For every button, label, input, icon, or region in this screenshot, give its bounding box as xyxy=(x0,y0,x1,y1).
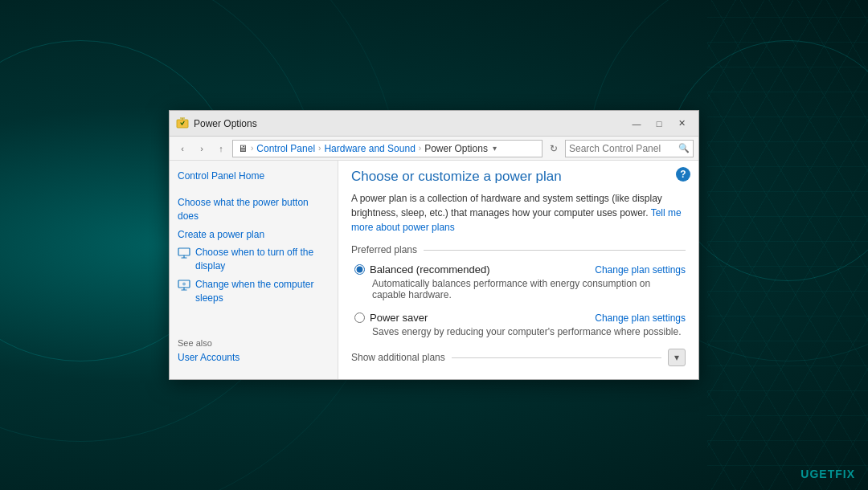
plan-power-saver-name: Power saver xyxy=(370,312,428,324)
breadcrumb-sep-3: › xyxy=(419,144,421,153)
show-additional-button[interactable]: ▾ xyxy=(668,349,686,366)
see-also-label: See also xyxy=(178,338,330,348)
titlebar: Power Options — □ ✕ xyxy=(170,111,698,137)
preferred-plans-header: Preferred plans xyxy=(351,244,686,255)
addressbar: ‹ › ↑ 🖥 › Control Panel › Hardware and S… xyxy=(170,137,698,161)
plan-balanced-radio[interactable] xyxy=(354,264,365,275)
description-text: A power plan is a collection of hardware… xyxy=(351,193,662,218)
monitor-icon xyxy=(178,247,190,259)
sidebar-divider xyxy=(178,310,330,339)
sidebar-link-sleep-text: Change when the computer sleeps xyxy=(195,278,330,305)
power-options-window: Power Options — □ ✕ ‹ › ↑ 🖥 › Control Pa… xyxy=(169,110,699,380)
preferred-plans-label: Preferred plans xyxy=(351,244,417,255)
breadcrumb-dropdown[interactable]: ▾ xyxy=(493,144,497,153)
window-title: Power Options xyxy=(194,118,626,129)
sleep-icon xyxy=(178,279,190,292)
titlebar-controls: — □ ✕ xyxy=(626,116,692,132)
sidebar-icon-link-sleep[interactable]: Change when the computer sleeps xyxy=(178,278,330,305)
refresh-button[interactable]: ↻ xyxy=(546,141,562,157)
change-plan-balanced-link[interactable]: Change plan settings xyxy=(595,264,686,276)
forward-button[interactable]: › xyxy=(194,141,210,157)
breadcrumb-sep-2: › xyxy=(318,144,321,153)
up-button[interactable]: ↑ xyxy=(213,141,229,157)
main-area: Control Panel Home Choose what the power… xyxy=(170,161,698,379)
sidebar-link-display-text: Choose when to turn off the display xyxy=(195,246,330,273)
content-title: Choose or customize a power plan xyxy=(351,169,686,185)
window-icon xyxy=(176,117,189,130)
see-also-section: See also User Accounts xyxy=(178,338,330,370)
back-button[interactable]: ‹ xyxy=(174,141,190,157)
search-input[interactable] xyxy=(569,143,678,154)
plan-power-saver-radio[interactable] xyxy=(354,312,365,323)
breadcrumb-control-panel[interactable]: Control Panel xyxy=(256,143,315,154)
breadcrumb-hardware[interactable]: Hardware and Sound xyxy=(324,143,415,154)
breadcrumb-bar: 🖥 › Control Panel › Hardware and Sound ›… xyxy=(232,140,542,157)
search-icon[interactable]: 🔍 xyxy=(678,143,690,153)
plan-power-saver-header: Power saver Change plan settings xyxy=(354,312,686,324)
sidebar-user-accounts[interactable]: User Accounts xyxy=(178,351,330,365)
section-divider-line xyxy=(424,250,686,251)
chevron-down-icon: ▾ xyxy=(674,352,679,363)
plan-power-saver: Power saver Change plan settings Saves e… xyxy=(351,312,686,337)
minimize-button[interactable]: — xyxy=(626,116,647,132)
help-button[interactable]: ? xyxy=(676,167,690,182)
breadcrumb-sep-1: › xyxy=(251,144,253,153)
hex-pattern xyxy=(707,0,868,490)
sidebar-link-create-plan[interactable]: Create a power plan xyxy=(178,228,330,242)
breadcrumb-root-icon: 🖥 xyxy=(238,143,248,154)
plan-power-saver-desc: Saves energy by reducing your computer's… xyxy=(354,326,686,337)
sidebar: Control Panel Home Choose what the power… xyxy=(170,161,338,379)
show-additional-label: Show additional plans xyxy=(351,352,445,363)
sidebar-home-link[interactable]: Control Panel Home xyxy=(178,170,330,182)
plan-power-saver-label[interactable]: Power saver xyxy=(354,312,428,324)
plan-balanced: Balanced (recommended) Change plan setti… xyxy=(351,263,686,300)
breadcrumb-current: Power Options xyxy=(424,143,488,154)
content-area: ? Choose or customize a power plan A pow… xyxy=(338,161,698,379)
sidebar-link-power-button[interactable]: Choose what the power button does xyxy=(178,196,330,223)
sidebar-icon-link-display[interactable]: Choose when to turn off the display xyxy=(178,246,330,273)
watermark: UGETFIX xyxy=(800,468,855,480)
svg-rect-1 xyxy=(178,248,190,255)
maximize-button[interactable]: □ xyxy=(649,116,669,132)
svg-point-3 xyxy=(182,282,186,285)
show-additional-line xyxy=(452,357,661,358)
plan-balanced-desc: Automatically balances performance with … xyxy=(354,278,686,300)
close-button[interactable]: ✕ xyxy=(671,116,692,132)
plan-balanced-header: Balanced (recommended) Change plan setti… xyxy=(354,263,686,276)
change-plan-power-saver-link[interactable]: Change plan settings xyxy=(595,312,686,324)
plan-balanced-name: Balanced (recommended) xyxy=(370,263,490,276)
plan-balanced-label[interactable]: Balanced (recommended) xyxy=(354,263,490,276)
show-additional-plans[interactable]: Show additional plans ▾ xyxy=(351,349,686,366)
content-description: A power plan is a collection of hardware… xyxy=(351,191,686,235)
sidebar-links: Choose what the power button does Create… xyxy=(178,196,330,310)
search-box: 🔍 xyxy=(565,140,694,157)
